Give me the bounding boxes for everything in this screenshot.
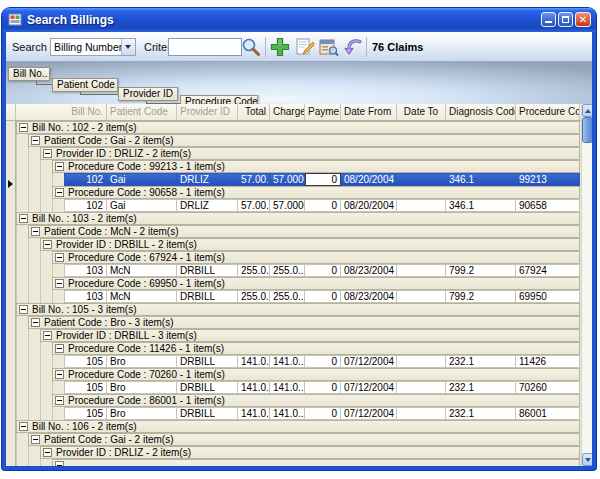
grid-cell[interactable]: 07/12/2004 [341,407,397,420]
chevron-down-icon[interactable] [121,39,135,55]
grid-cell[interactable]: 07/12/2004 [341,355,397,368]
search-by-select[interactable]: Billing Number [50,38,136,56]
grid-cell[interactable]: 141.0... [270,381,305,394]
criteria-input[interactable] [168,38,242,56]
data-row[interactable]: 105BroDRBILL141.0...141.0...007/12/20042… [6,407,580,420]
grid-cell[interactable]: 255.0... [270,290,305,303]
group-row[interactable]: Bill No. : 102 - 2 item(s) [16,121,580,134]
collapse-icon[interactable] [55,396,64,405]
group-row[interactable]: Procedure Code : 11426 - 1 item(s) [52,342,580,355]
grid-cell[interactable]: 0 [305,264,341,277]
group-row[interactable]: Patient Code : Gai - 2 item(s) [28,134,580,147]
grid-cell[interactable]: Gai [107,173,177,186]
group-row[interactable]: Provider ID : DRLIZ - 2 item(s) [40,446,580,459]
column-header-diagnosis-code[interactable]: Diagnosis Code [446,104,516,120]
grid-cell[interactable]: 0 [305,407,341,420]
grid-cell[interactable]: 232.1 [446,381,516,394]
grid-cell[interactable]: McN [107,290,177,303]
collapse-icon[interactable] [31,227,40,236]
column-header-procedure-code[interactable]: Procedure Code [516,104,580,120]
column-header-charges[interactable]: Charges [270,104,305,120]
scroll-down-button[interactable] [582,453,592,466]
column-header-provider-id[interactable]: Provider ID [177,104,238,120]
grid-cell[interactable]: 141.0... [238,355,270,368]
collapse-icon[interactable] [31,435,40,444]
collapse-icon[interactable] [19,305,28,314]
search-icon[interactable] [240,36,262,58]
column-header-patient-code[interactable]: Patient Code [107,104,177,120]
group-row[interactable]: Provider ID : DRBILL - 3 item(s) [40,329,580,342]
group-row[interactable]: Procedure Code : 99213 - 1 item(s) [52,160,580,173]
grid-cell[interactable]: DRBILL [177,407,238,420]
data-row[interactable]: 102GaiDRLIZ57.00...57.0000008/20/2004346… [6,199,580,212]
group-row[interactable]: Procedure Code : 70260 - 1 item(s) [52,368,580,381]
grid-cell[interactable]: 232.1 [446,355,516,368]
grid-cell[interactable]: 0 [305,355,341,368]
grid-cell[interactable] [397,290,446,303]
vertical-scrollbar[interactable] [581,104,592,466]
data-row[interactable]: 103McNDRBILL255.0...255.0...008/23/20047… [6,264,580,277]
collapse-icon[interactable] [55,461,64,466]
group-row[interactable]: Bill No. : 105 - 3 item(s) [16,303,580,316]
group-row[interactable]: Procedure Code : 90658 - 1 item(s) [52,186,580,199]
grid-cell[interactable]: 0 [305,173,341,186]
column-header-bill-no-[interactable]: Bill No. [16,104,107,120]
collapse-icon[interactable] [55,279,64,288]
grid-cell[interactable]: 0 [305,381,341,394]
grid-cell[interactable]: 141.0... [270,407,305,420]
collapse-icon[interactable] [19,214,28,223]
column-header-date-to[interactable]: Date To [397,104,446,120]
grid-cell[interactable]: 103 [64,290,107,303]
collapse-icon[interactable] [43,149,52,158]
grid-cell[interactable]: 799.2 [446,264,516,277]
grid-cell[interactable]: DRLIZ [177,199,238,212]
grid-cell[interactable] [397,199,446,212]
grid-cell[interactable]: 0 [305,290,341,303]
column-header-total[interactable]: Total [238,104,270,120]
grid-cell[interactable]: 57.0000 [270,199,305,212]
group-row[interactable]: Procedure Code : 86001 - 1 item(s) [52,394,580,407]
grid-cell[interactable]: 57.00... [238,199,270,212]
grid-cell[interactable]: 255.0... [270,264,305,277]
group-row[interactable]: Patient Code : McN - 2 item(s) [28,225,580,238]
grid-cell[interactable] [397,173,446,186]
grid-cell[interactable]: 99213 [516,173,580,186]
grid-cell[interactable]: DRBILL [177,355,238,368]
grid-cell[interactable]: 67924 [516,264,580,277]
scrollbar-thumb[interactable] [582,117,592,143]
collapse-icon[interactable] [55,370,64,379]
group-row[interactable]: Procedure Code : 69950 - 1 item(s) [52,277,580,290]
grid-cell[interactable] [397,355,446,368]
grid-cell[interactable]: 102 [64,173,107,186]
grid-cell[interactable]: Bro [107,381,177,394]
data-row[interactable]: 103McNDRBILL255.0...255.0...008/23/20047… [6,290,580,303]
group-row[interactable]: Bill No. : 103 - 2 item(s) [16,212,580,225]
grid-cell[interactable]: 70260 [516,381,580,394]
grid-cell[interactable]: 102 [64,199,107,212]
group-row[interactable] [52,459,580,466]
grid-cell[interactable]: 346.1 [446,199,516,212]
grid-cell[interactable]: 08/23/2004 [341,264,397,277]
minimize-button[interactable] [541,12,556,27]
group-by-panel[interactable]: Bill No..Patient CodeProvider IDProcedur… [6,62,592,104]
group-row[interactable]: Patient Code : Bro - 3 item(s) [28,316,580,329]
grid-cell[interactable]: 07/12/2004 [341,381,397,394]
grid-cell[interactable]: 103 [64,264,107,277]
edit-icon[interactable] [294,36,316,58]
grid-cell[interactable]: 105 [64,407,107,420]
grid-cell[interactable]: 90658 [516,199,580,212]
close-button[interactable]: ✕ [575,12,591,27]
collapse-icon[interactable] [55,162,64,171]
group-row[interactable]: Bill No. : 106 - 2 item(s) [16,420,580,433]
collapse-icon[interactable] [55,344,64,353]
grid-cell[interactable]: 08/20/2004 [341,173,397,186]
scroll-up-button[interactable] [582,104,592,117]
report-lookup-icon[interactable] [318,36,340,58]
grid-cell[interactable]: 255.0... [238,290,270,303]
grid-cell[interactable]: DRBILL [177,264,238,277]
collapse-icon[interactable] [31,318,40,327]
group-row[interactable]: Provider ID : DRBILL - 2 item(s) [40,238,580,251]
grid-cell[interactable]: 86001 [516,407,580,420]
group-row[interactable]: Procedure Code : 67924 - 1 item(s) [52,251,580,264]
maximize-button[interactable] [558,12,573,27]
